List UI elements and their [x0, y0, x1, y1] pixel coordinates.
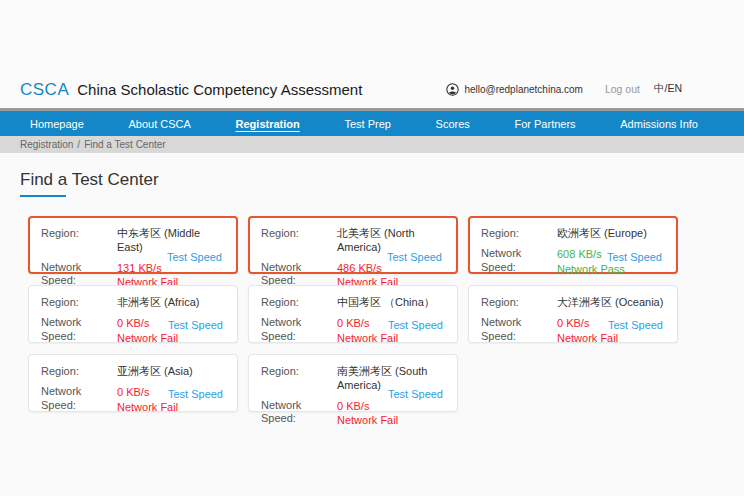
region-value: 非洲考区 (Africa) [117, 296, 200, 310]
region-value: 大洋洲考区 (Oceania) [557, 296, 663, 310]
page-title: Find a Test Center [20, 170, 724, 190]
network-speed-label: Network Speed: [41, 385, 117, 415]
network-status: Network Pass [557, 263, 625, 275]
breadcrumb-current: Find a Test Center [84, 139, 166, 150]
region-label: Region: [41, 296, 117, 310]
test-speed-link[interactable]: Test Speed [388, 388, 443, 400]
user-circle-icon [446, 83, 459, 96]
region-card-oceania[interactable]: Region: 大洋洲考区 (Oceania) Network Speed: 0… [468, 285, 678, 343]
user-area: hello@redplanetchina.com Log out 中/EN [446, 82, 682, 96]
brand: CSCA China Scholastic Competency Assessm… [20, 80, 362, 100]
region-label: Region: [481, 296, 557, 310]
network-speed-label: Network Speed: [481, 247, 557, 277]
site-header: CSCA China Scholastic Competency Assessm… [0, 0, 744, 108]
speed-value: 131 KB/s [117, 262, 162, 274]
speed-value: 0 KB/s [337, 317, 369, 329]
region-card-grid: Region: 中东考区 (Middle East) Network Speed… [28, 216, 724, 412]
nav-item-about-csca[interactable]: About CSCA [129, 118, 191, 130]
speed-value: 486 KB/s [337, 262, 382, 274]
network-status: Network Fail [557, 332, 618, 344]
network-speed-label: Network Speed: [481, 316, 557, 346]
region-value: 亚洲考区 (Asia) [117, 365, 193, 379]
region-label: Region: [481, 227, 557, 241]
nav-item-admissions-info[interactable]: Admissions Info [620, 118, 698, 130]
speed-value: 0 KB/s [337, 400, 369, 412]
test-speed-link[interactable]: Test Speed [388, 319, 443, 331]
region-label: Region: [261, 296, 337, 310]
region-card-china[interactable]: Region: 中国考区 （China） Network Speed: 0 KB… [248, 285, 458, 343]
nav-item-test-prep[interactable]: Test Prep [344, 118, 390, 130]
region-label: Region: [41, 365, 117, 379]
site-title: China Scholastic Competency Assessment [77, 81, 362, 98]
user-email: hello@redplanetchina.com [464, 84, 583, 95]
region-card-europe[interactable]: Region: 欧洲考区 (Europe) Network Speed: 608… [468, 216, 678, 274]
breadcrumb: Registration / Find a Test Center [0, 136, 744, 153]
title-underline [20, 195, 66, 197]
test-speed-link[interactable]: Test Speed [607, 251, 662, 263]
region-label: Region: [261, 227, 337, 255]
network-status: Network Fail [337, 414, 398, 426]
logout-button[interactable]: Log out [605, 83, 640, 95]
region-card-middle-east[interactable]: Region: 中东考区 (Middle East) Network Speed… [28, 216, 238, 274]
region-value: 欧洲考区 (Europe) [557, 227, 647, 241]
logo-text: CSCA [20, 80, 69, 100]
network-speed-label: Network Speed: [261, 399, 337, 429]
region-card-south-america[interactable]: Region: 南美洲考区 (South America) Network Sp… [248, 354, 458, 412]
network-status: Network Fail [117, 332, 178, 344]
region-card-africa[interactable]: Region: 非洲考区 (Africa) Network Speed: 0 K… [28, 285, 238, 343]
region-card-asia[interactable]: Region: 亚洲考区 (Asia) Network Speed: 0 KB/… [28, 354, 238, 412]
network-speed-label: Network Speed: [41, 316, 117, 346]
speed-value: 0 KB/s [117, 386, 149, 398]
speed-value: 0 KB/s [117, 317, 149, 329]
language-toggle[interactable]: 中/EN [654, 82, 682, 96]
nav-item-registration[interactable]: Registration [236, 118, 300, 130]
breadcrumb-separator: / [77, 139, 80, 150]
region-label: Region: [41, 227, 117, 255]
nav-item-homepage[interactable]: Homepage [30, 118, 84, 130]
network-status: Network Fail [117, 401, 178, 413]
nav-item-scores[interactable]: Scores [436, 118, 470, 130]
main-nav: Homepage About CSCA Registration Test Pr… [0, 111, 744, 136]
test-speed-link[interactable]: Test Speed [167, 251, 222, 263]
main-content: Find a Test Center Region: 中东考区 (Middle … [0, 153, 744, 412]
speed-value: 0 KB/s [557, 317, 589, 329]
test-speed-link[interactable]: Test Speed [168, 319, 223, 331]
region-label: Region: [261, 365, 337, 393]
network-status: Network Fail [337, 332, 398, 344]
network-speed-label: Network Speed: [261, 316, 337, 346]
test-speed-link[interactable]: Test Speed [608, 319, 663, 331]
breadcrumb-registration[interactable]: Registration [20, 139, 73, 150]
speed-value: 608 KB/s [557, 248, 602, 260]
region-card-north-america[interactable]: Region: 北美考区 (North America) Network Spe… [248, 216, 458, 274]
region-value: 中国考区 （China） [337, 296, 435, 310]
test-speed-link[interactable]: Test Speed [387, 251, 442, 263]
test-speed-link[interactable]: Test Speed [168, 388, 223, 400]
nav-item-for-partners[interactable]: For Partners [514, 118, 575, 130]
